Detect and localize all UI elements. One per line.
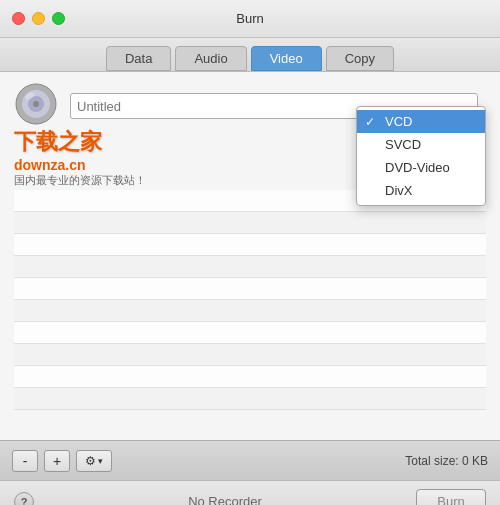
- format-option-svcd[interactable]: SVCD: [357, 133, 485, 156]
- watermark-logo: 下载之家 downza.cn 国内最专业的资源下载站！: [14, 127, 146, 188]
- no-recorder-label: No Recorder: [34, 494, 416, 505]
- svg-point-3: [33, 101, 39, 107]
- format-option-dvd-video[interactable]: DVD-Video: [357, 156, 485, 179]
- format-option-divx[interactable]: DivX: [357, 179, 485, 202]
- list-row: [14, 256, 486, 278]
- disc-icon: [14, 82, 58, 126]
- format-dropdown-menu: ✓ VCD SVCD DVD-Video DivX: [356, 106, 486, 206]
- window-title: Burn: [236, 11, 263, 26]
- file-list: [14, 190, 486, 410]
- burn-button[interactable]: Burn: [416, 489, 486, 506]
- list-row: [14, 278, 486, 300]
- disc-icon-area: [14, 82, 62, 130]
- watermark-sub: 国内最专业的资源下载站！: [14, 173, 146, 188]
- gear-icon: ⚙: [85, 454, 96, 468]
- tab-video[interactable]: Video: [251, 46, 322, 71]
- chevron-down-icon: ▾: [98, 456, 103, 466]
- format-option-vcd[interactable]: ✓ VCD: [357, 110, 485, 133]
- titlebar: Burn: [0, 0, 500, 38]
- bottom-toolbar: - + ⚙ ▾ Total size: 0 KB: [0, 440, 500, 480]
- check-icon: ✓: [365, 115, 375, 129]
- help-button[interactable]: ?: [14, 492, 34, 506]
- watermark: 下载之家 downza.cn 国内最专业的资源下载站！: [14, 127, 146, 188]
- list-row: [14, 212, 486, 234]
- tab-data[interactable]: Data: [106, 46, 171, 71]
- watermark-en: downza.cn: [14, 157, 146, 173]
- list-row: [14, 366, 486, 388]
- close-button[interactable]: [12, 12, 25, 25]
- status-bar: ? No Recorder Burn: [0, 480, 500, 505]
- minimize-button[interactable]: [32, 12, 45, 25]
- list-row: [14, 322, 486, 344]
- remove-button[interactable]: -: [12, 450, 38, 472]
- settings-button[interactable]: ⚙ ▾: [76, 450, 112, 472]
- list-row: [14, 344, 486, 366]
- top-row: ✓ VCD SVCD DVD-Video DivX: [14, 82, 486, 130]
- tab-copy[interactable]: Copy: [326, 46, 394, 71]
- total-size-label: Total size: 0 KB: [405, 454, 488, 468]
- watermark-cn: 下载之家: [14, 127, 146, 157]
- tab-bar: Data Audio Video Copy: [0, 38, 500, 72]
- add-button[interactable]: +: [44, 450, 70, 472]
- window-controls: [12, 12, 65, 25]
- maximize-button[interactable]: [52, 12, 65, 25]
- tab-audio[interactable]: Audio: [175, 46, 246, 71]
- list-row: [14, 234, 486, 256]
- list-row: [14, 388, 486, 410]
- main-content: ✓ VCD SVCD DVD-Video DivX 下载之家 downza.cn…: [0, 72, 500, 440]
- list-row: [14, 300, 486, 322]
